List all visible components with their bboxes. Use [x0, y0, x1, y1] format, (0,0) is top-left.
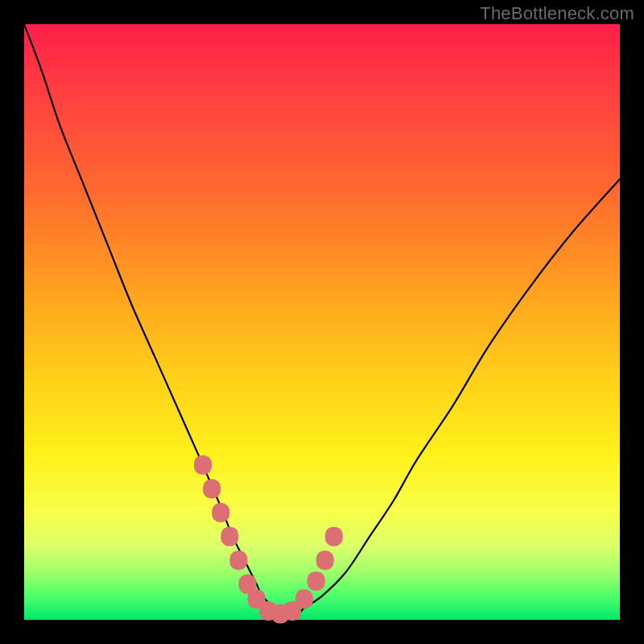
curve-marker — [221, 526, 238, 546]
curve-marker — [229, 551, 247, 570]
curve-marker — [212, 503, 229, 522]
curve-marker — [203, 479, 221, 498]
curve-marker — [308, 572, 325, 591]
curve-marker — [316, 551, 334, 570]
curve-marker — [194, 456, 212, 475]
attribution-text: TheBottleneck.com — [480, 3, 634, 24]
curve-svg — [24, 24, 620, 620]
chart-stage: TheBottleneck.com — [0, 0, 644, 644]
bottleneck-curve — [24, 24, 620, 615]
plot-area — [24, 24, 620, 620]
curve-marker — [325, 526, 343, 546]
curve-marker — [295, 589, 313, 609]
